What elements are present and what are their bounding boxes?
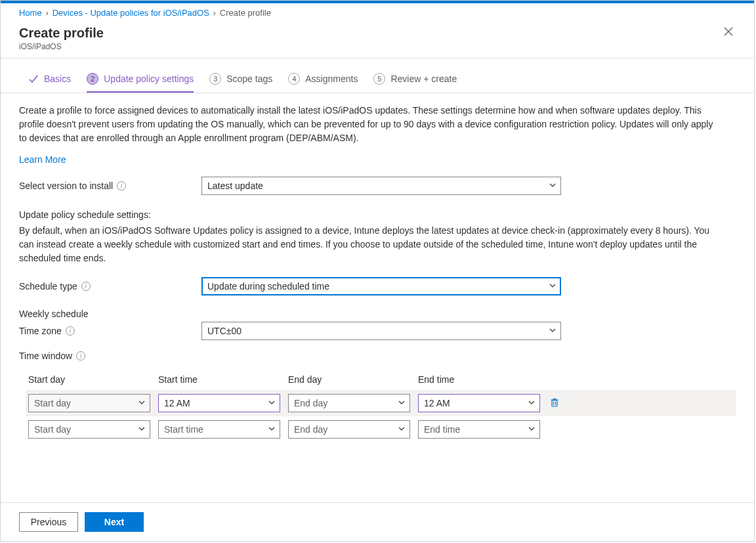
chevron-down-icon bbox=[528, 424, 536, 435]
version-label: Select version to install bbox=[19, 181, 113, 191]
weekly-schedule-heading: Weekly schedule bbox=[19, 309, 736, 319]
info-icon[interactable]: i bbox=[76, 351, 85, 360]
info-icon[interactable]: i bbox=[66, 326, 75, 336]
intro-paragraph: Create a profile to force assigned devic… bbox=[19, 104, 715, 145]
start-time-value: 12 AM bbox=[164, 398, 190, 408]
tab-label: Basics bbox=[44, 74, 71, 84]
start-day-select[interactable]: Start day bbox=[28, 420, 150, 439]
schedule-settings-heading: Update policy schedule settings: bbox=[19, 209, 736, 220]
time-window-row: Start day 12 AM End day 12 AM bbox=[26, 390, 736, 416]
tab-label: Assignments bbox=[305, 74, 358, 84]
tab-basics[interactable]: Basics bbox=[28, 74, 71, 92]
breadcrumb-home[interactable]: Home bbox=[19, 8, 42, 18]
schedule-type-value: Update during scheduled time bbox=[207, 281, 329, 292]
trash-icon bbox=[549, 397, 560, 408]
end-day-select[interactable]: End day bbox=[288, 420, 410, 439]
learn-more-link[interactable]: Learn More bbox=[19, 154, 66, 165]
col-start-day: Start day bbox=[28, 374, 150, 385]
start-time-select[interactable]: Start time bbox=[158, 420, 280, 439]
tab-label: Scope tags bbox=[226, 74, 272, 84]
time-window-table: Start day Start time End day End time St… bbox=[28, 369, 736, 443]
info-icon[interactable]: i bbox=[117, 181, 126, 190]
chevron-down-icon bbox=[138, 424, 146, 435]
close-button[interactable] bbox=[721, 26, 736, 40]
tab-label: Review + create bbox=[390, 74, 457, 84]
tab-update-policy-settings[interactable]: 2 Update policy settings bbox=[87, 73, 194, 93]
check-icon bbox=[28, 74, 39, 84]
chevron-down-icon bbox=[268, 398, 276, 408]
svg-rect-2 bbox=[552, 401, 557, 406]
chevron-down-icon bbox=[398, 398, 406, 408]
chevron-down-icon bbox=[528, 398, 536, 408]
chevron-down-icon bbox=[268, 424, 276, 435]
close-icon bbox=[724, 27, 733, 36]
timezone-label: Time zone bbox=[19, 326, 62, 336]
timewindow-label: Time window bbox=[19, 351, 72, 361]
end-time-select[interactable]: End time bbox=[418, 420, 540, 439]
tab-step-number: 4 bbox=[288, 73, 300, 85]
breadcrumb: Home › Devices - Update policies for iOS… bbox=[1, 3, 754, 20]
chevron-down-icon bbox=[549, 181, 556, 191]
schedule-type-label: Schedule type bbox=[19, 281, 77, 292]
page-subtitle: iOS/iPadOS bbox=[19, 42, 104, 51]
tab-step-number: 2 bbox=[87, 73, 98, 85]
timezone-select[interactable]: UTC±00 bbox=[201, 322, 561, 340]
end-day-value: End day bbox=[294, 424, 327, 435]
col-end-day: End day bbox=[288, 374, 410, 385]
version-select-value: Latest update bbox=[207, 181, 263, 191]
chevron-right-icon: › bbox=[46, 9, 49, 18]
end-time-value: End time bbox=[424, 424, 460, 435]
breadcrumb-current: Create profile bbox=[220, 8, 271, 18]
version-select[interactable]: Latest update bbox=[201, 177, 561, 195]
schedule-type-select[interactable]: Update during scheduled time bbox=[201, 277, 561, 295]
tab-assignments[interactable]: 4 Assignments bbox=[288, 73, 358, 93]
page-title: Create profile bbox=[19, 26, 104, 41]
timezone-value: UTC±00 bbox=[207, 326, 242, 336]
info-icon[interactable]: i bbox=[81, 282, 91, 291]
chevron-down-icon bbox=[398, 424, 406, 435]
tab-review-create[interactable]: 5 Review + create bbox=[373, 73, 457, 93]
schedule-settings-paragraph: By default, when an iOS/iPadOS Software … bbox=[19, 224, 715, 265]
delete-row-button[interactable] bbox=[548, 396, 561, 411]
chevron-down-icon bbox=[549, 326, 556, 336]
chevron-down-icon bbox=[549, 281, 556, 292]
tab-step-number: 5 bbox=[373, 73, 385, 85]
previous-button[interactable]: Previous bbox=[19, 512, 78, 532]
time-window-row: Start day Start time End day End time bbox=[28, 416, 736, 443]
start-day-select[interactable]: Start day bbox=[28, 394, 150, 412]
start-day-value: Start day bbox=[34, 398, 71, 408]
breadcrumb-devices[interactable]: Devices - Update policies for iOS/iPadOS bbox=[52, 8, 209, 18]
tab-label: Update policy settings bbox=[104, 74, 194, 84]
col-end-time: End time bbox=[418, 374, 540, 385]
end-time-value: 12 AM bbox=[424, 398, 450, 408]
start-time-select[interactable]: 12 AM bbox=[158, 394, 280, 412]
end-time-select[interactable]: 12 AM bbox=[418, 394, 540, 412]
tab-scope-tags[interactable]: 3 Scope tags bbox=[209, 73, 272, 93]
start-day-value: Start day bbox=[34, 424, 71, 435]
wizard-tabs: Basics 2 Update policy settings 3 Scope … bbox=[1, 58, 754, 93]
start-time-value: Start time bbox=[164, 424, 203, 435]
chevron-right-icon: › bbox=[213, 9, 216, 18]
next-button[interactable]: Next bbox=[85, 512, 144, 532]
col-start-time: Start time bbox=[158, 374, 280, 385]
tab-step-number: 3 bbox=[209, 73, 221, 85]
end-day-select[interactable]: End day bbox=[288, 394, 410, 412]
chevron-down-icon bbox=[138, 398, 146, 408]
end-day-value: End day bbox=[294, 398, 327, 408]
